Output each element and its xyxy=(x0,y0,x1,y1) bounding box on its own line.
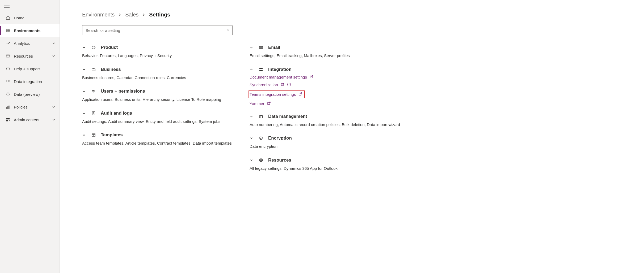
section-header[interactable]: Users + permissions xyxy=(82,89,242,94)
chevron-down-icon xyxy=(82,89,86,93)
section-encryption: Encryption Data encryption xyxy=(250,136,420,150)
link-yammer[interactable]: Yammer xyxy=(250,101,420,106)
home-icon xyxy=(5,15,11,20)
briefcase-icon xyxy=(91,67,96,72)
sidebar-item-label: Policies xyxy=(14,105,52,109)
svg-point-8 xyxy=(7,55,7,55)
svg-point-21 xyxy=(94,90,95,91)
section-subtitle: Auto numbering, Automatic record creatio… xyxy=(250,122,420,128)
link-synchronization[interactable]: Synchronization xyxy=(250,83,420,87)
svg-point-18 xyxy=(93,47,94,48)
windows-icon xyxy=(259,67,263,72)
link-teams-integration[interactable]: Teams integration settings xyxy=(249,90,305,98)
section-title: Users + permissions xyxy=(101,89,145,94)
section-email: Email Email settings, Email tracking, Ma… xyxy=(250,45,420,59)
section-title: Resources xyxy=(268,158,291,163)
chevron-down-icon xyxy=(52,105,56,109)
info-icon[interactable] xyxy=(287,83,291,87)
section-header[interactable]: Data management xyxy=(250,114,420,119)
external-link-icon xyxy=(310,75,313,79)
section-subtitle: Application users, Business units, Hiera… xyxy=(82,97,242,103)
svg-rect-33 xyxy=(261,70,263,71)
sidebar: Home Environments Analytics Resources He… xyxy=(0,0,60,273)
people-icon xyxy=(91,89,96,94)
sidebar-item-resources[interactable]: Resources xyxy=(0,50,60,62)
section-header[interactable]: Product xyxy=(82,45,242,50)
chevron-down-icon xyxy=(250,114,254,119)
section-subtitle: Access team templates, Article templates… xyxy=(82,140,242,146)
chevron-up-icon xyxy=(250,67,254,72)
chevron-down-icon xyxy=(52,41,56,45)
section-header[interactable]: Encryption xyxy=(250,136,420,141)
svg-point-20 xyxy=(92,90,94,91)
section-data-management: Data management Auto numbering, Automati… xyxy=(250,114,420,128)
link-label: Document management settings xyxy=(250,75,307,79)
link-label: Yammer xyxy=(250,101,264,106)
section-header[interactable]: Integration xyxy=(250,67,420,72)
data-integration-icon xyxy=(5,79,11,84)
sidebar-item-label: Analytics xyxy=(14,41,52,46)
svg-rect-17 xyxy=(6,120,8,121)
svg-rect-19 xyxy=(92,69,95,71)
external-link-icon xyxy=(298,92,302,97)
section-title: Encryption xyxy=(268,136,292,141)
chevron-down-icon xyxy=(52,118,56,122)
section-header[interactable]: Templates xyxy=(82,132,242,138)
sidebar-item-admin-centers[interactable]: Admin centers xyxy=(0,113,60,126)
chevron-down-icon xyxy=(250,45,254,50)
section-header[interactable]: Email xyxy=(250,45,420,50)
sidebar-item-label: Data integration xyxy=(14,79,56,84)
headset-icon xyxy=(5,66,11,71)
section-header[interactable]: Business xyxy=(82,67,242,72)
section-subtitle: All legacy settings, Dynamics 365 App fo… xyxy=(250,166,420,172)
section-links: Document management settings Synchroniza… xyxy=(250,75,420,106)
sidebar-item-label: Resources xyxy=(14,54,52,58)
sidebar-item-label: Home xyxy=(14,16,56,20)
search-combobox[interactable] xyxy=(82,25,233,35)
resources-icon xyxy=(5,53,11,59)
sidebar-item-label: Help + support xyxy=(14,67,56,71)
sidebar-item-home[interactable]: Home xyxy=(0,11,60,24)
section-subtitle: Business closures, Calendar, Connection … xyxy=(82,75,242,81)
svg-point-40 xyxy=(289,84,289,84)
chart-icon xyxy=(5,41,11,46)
settings-column-left: Product Behavior, Features, Languages, P… xyxy=(82,45,242,179)
section-subtitle: Behavior, Features, Languages, Privacy +… xyxy=(82,53,242,59)
section-header[interactable]: Audit and logs xyxy=(82,111,242,116)
gear-icon xyxy=(91,45,96,50)
hamburger-button[interactable] xyxy=(0,0,60,11)
section-business: Business Business closures, Calendar, Co… xyxy=(82,67,242,81)
section-title: Templates xyxy=(101,132,123,138)
templates-icon xyxy=(91,133,96,137)
svg-rect-11 xyxy=(6,80,9,82)
search-input[interactable] xyxy=(86,28,226,33)
sidebar-item-data-integration[interactable]: Data integration xyxy=(0,75,60,88)
globe-icon xyxy=(5,28,11,33)
sidebar-item-help-support[interactable]: Help + support xyxy=(0,62,60,75)
breadcrumb-item[interactable]: Sales xyxy=(125,12,138,18)
section-header[interactable]: Resources xyxy=(250,158,420,163)
svg-rect-16 xyxy=(8,118,10,119)
svg-rect-30 xyxy=(259,68,261,69)
admin-centers-icon xyxy=(5,117,11,122)
section-audit-logs: Audit and logs Audit settings, Audit sum… xyxy=(82,111,242,125)
sidebar-item-analytics[interactable]: Analytics xyxy=(0,37,60,50)
section-subtitle: Email settings, Email tracking, Mailboxe… xyxy=(250,53,420,59)
sidebar-item-policies[interactable]: Policies xyxy=(0,101,60,113)
link-document-management[interactable]: Document management settings xyxy=(250,75,420,79)
sidebar-item-environments[interactable]: Environments xyxy=(0,24,60,37)
section-subtitle: Data encryption xyxy=(250,144,420,150)
chevron-down-icon xyxy=(250,158,254,162)
svg-rect-32 xyxy=(259,70,261,71)
svg-rect-14 xyxy=(9,106,9,109)
chevron-down-icon xyxy=(226,28,230,32)
link-label: Teams integration settings xyxy=(250,92,296,97)
sidebar-item-label: Environments xyxy=(14,28,56,33)
chevron-right-icon xyxy=(142,12,145,18)
section-users-permissions: Users + permissions Application users, B… xyxy=(82,89,242,103)
section-title: Integration xyxy=(268,67,292,72)
section-templates: Templates Access team templates, Article… xyxy=(82,132,242,146)
link-label: Synchronization xyxy=(250,83,278,87)
breadcrumb-item[interactable]: Environments xyxy=(82,12,115,18)
sidebar-item-data-preview[interactable]: Data (preview) xyxy=(0,88,60,101)
